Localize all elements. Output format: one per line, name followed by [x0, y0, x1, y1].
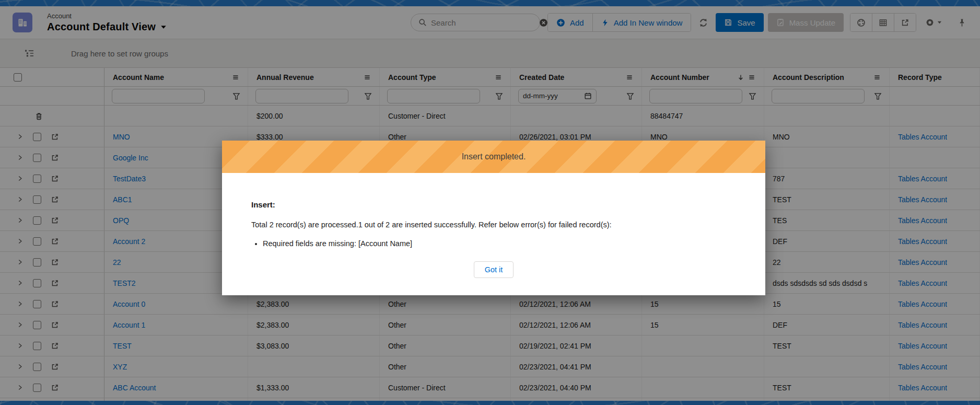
- got-it-button[interactable]: Got it: [474, 261, 514, 278]
- dialog-header: Insert completed.: [222, 141, 765, 173]
- insert-result-dialog: Insert completed. Insert: Total 2 record…: [222, 141, 765, 295]
- dialog-title: Insert completed.: [462, 152, 526, 161]
- insert-section-heading: Insert:: [251, 200, 736, 209]
- dialog-body: Insert: Total 2 record(s) are processed.…: [222, 173, 765, 278]
- error-item: Required fields are missing: [Account Na…: [263, 239, 736, 248]
- error-list: Required fields are missing: [Account Na…: [263, 239, 736, 248]
- desktop-canvas: { "canvas": { "background": "#2a7fd0" },…: [0, 0, 980, 405]
- insert-summary: Total 2 record(s) are processed.1 out of…: [251, 221, 736, 229]
